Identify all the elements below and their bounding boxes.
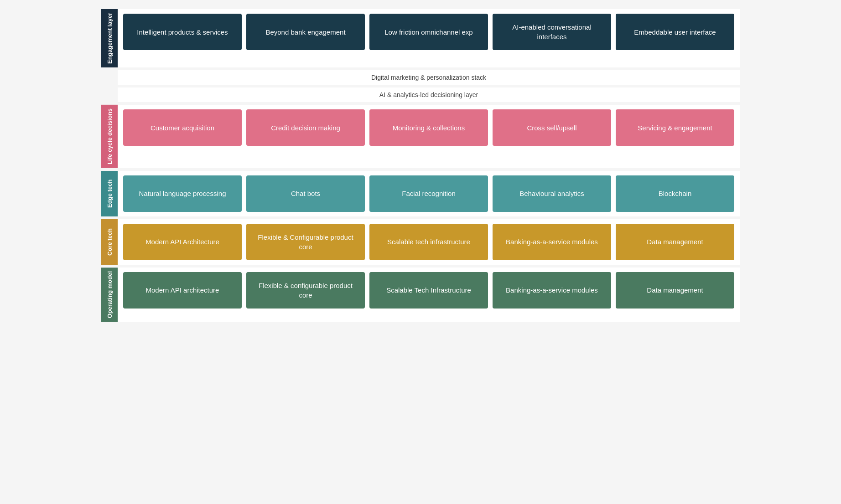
- edge-card-4: Blockchain: [616, 175, 734, 212]
- engagement-card-0: Intelligent products & services: [123, 14, 242, 50]
- edge-card-0: Natural language processing: [123, 175, 242, 212]
- core-row: Core tech Modern API Architecture Flexib…: [101, 219, 740, 265]
- lifecycle-row: Life cycle decisions Customer acquisitio…: [101, 105, 740, 168]
- edge-card-3: Behavioural analytics: [493, 175, 611, 212]
- engagement-card-1: Beyond bank engagement: [246, 14, 365, 50]
- lifecycle-cards: Customer acquisition Credit decision mak…: [123, 109, 734, 146]
- operating-card-0: Modern API architecture: [123, 272, 242, 309]
- operating-cards: Modern API architecture Flexible & confi…: [123, 272, 734, 309]
- operating-card-4: Data management: [616, 272, 734, 309]
- lifecycle-card-2: Monitoring & collections: [369, 109, 488, 146]
- operating-card-3: Banking-as-a-service modules: [493, 272, 611, 309]
- edge-card-1: Chat bots: [246, 175, 365, 212]
- engagement-label: Engagement layer: [101, 9, 118, 67]
- core-card-4: Data management: [616, 224, 734, 260]
- engagement-card-4: Embeddable user interface: [616, 14, 734, 50]
- lifecycle-card-0: Customer acquisition: [123, 109, 242, 146]
- lifecycle-label: Life cycle decisions: [101, 105, 118, 168]
- operating-card-1: Flexible & configurable product core: [246, 272, 365, 309]
- engagement-row: Engagement layer Intelligent products & …: [101, 9, 740, 67]
- operating-content: Modern API architecture Flexible & confi…: [118, 267, 740, 322]
- engagement-content: Intelligent products & services Beyond b…: [118, 9, 740, 67]
- engagement-card-2: Low friction omnichannel exp: [369, 14, 488, 50]
- core-card-1: Flexible & Configurable product core: [246, 224, 365, 260]
- engagement-cards: Intelligent products & services Beyond b…: [123, 14, 734, 50]
- lifecycle-content: Customer acquisition Credit decision mak…: [118, 105, 740, 168]
- core-label: Core tech: [101, 219, 118, 265]
- edge-card-2: Facial recognition: [369, 175, 488, 212]
- core-card-3: Banking-as-a-service modules: [493, 224, 611, 260]
- edge-content: Natural language processing Chat bots Fa…: [118, 171, 740, 216]
- edge-cards: Natural language processing Chat bots Fa…: [123, 175, 734, 212]
- lifecycle-card-1: Credit decision making: [246, 109, 365, 146]
- lifecycle-card-4: Servicing & engagement: [616, 109, 734, 146]
- core-cards: Modern API Architecture Flexible & Confi…: [123, 224, 734, 260]
- engagement-card-3: AI-enabled conversational interfaces: [493, 14, 611, 50]
- core-content: Modern API Architecture Flexible & Confi…: [118, 219, 740, 265]
- marketing-banner: Digital marketing & personalization stac…: [118, 70, 740, 85]
- edge-row: Edge tech Natural language processing Ch…: [101, 171, 740, 216]
- operating-row: Operating model Modern API architecture …: [101, 267, 740, 322]
- main-wrapper: Engagement layer Intelligent products & …: [101, 9, 740, 322]
- operating-label: Operating model: [101, 267, 118, 322]
- core-card-2: Scalable tech infrastructure: [369, 224, 488, 260]
- lifecycle-card-3: Cross sell/upsell: [493, 109, 611, 146]
- edge-label: Edge tech: [101, 171, 118, 216]
- core-card-0: Modern API Architecture: [123, 224, 242, 260]
- operating-card-2: Scalable Tech Infrastructure: [369, 272, 488, 309]
- ai-banner: AI & analytics-led decisioning layer: [118, 87, 740, 102]
